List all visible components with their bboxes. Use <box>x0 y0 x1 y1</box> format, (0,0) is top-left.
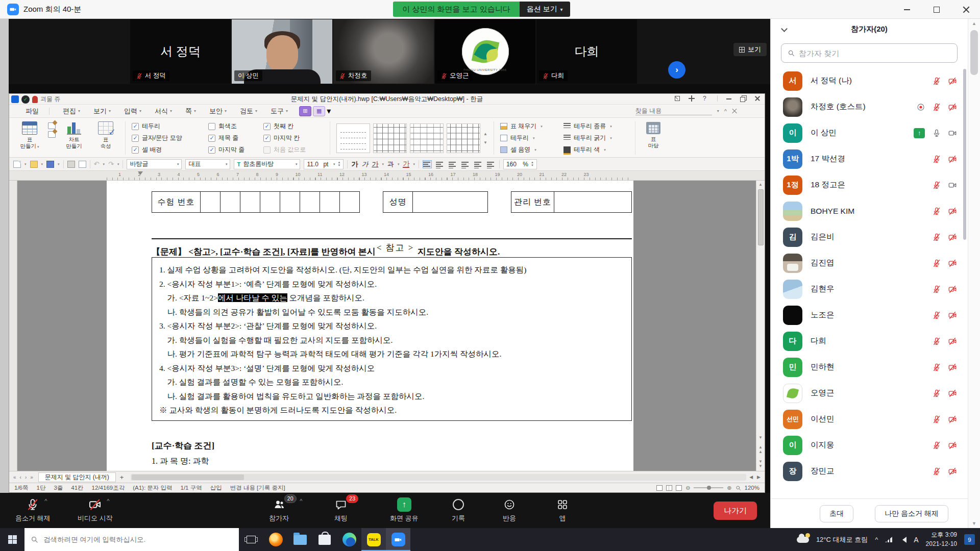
style-preset-select[interactable]: 대표▾ <box>185 159 230 169</box>
zoom-level[interactable]: 120% <box>745 485 760 491</box>
tab-first-icon[interactable]: « <box>13 474 16 480</box>
record-button[interactable]: 기록 <box>452 497 465 523</box>
align-distribute-button[interactable] <box>474 160 483 168</box>
italic-button[interactable]: 가 <box>361 160 368 169</box>
menu-tools[interactable]: 도구▾ <box>271 107 288 116</box>
chart-create-button[interactable]: 차트만들기 <box>61 120 87 156</box>
window-scroll-up-icon[interactable]: ▲ <box>968 19 980 26</box>
zoom-out-icon[interactable]: ⊖ <box>685 485 690 491</box>
move-icon[interactable] <box>689 95 695 102</box>
font-size-input[interactable]: 11.0pt▾▲▼ <box>304 159 344 169</box>
close-button[interactable] <box>963 6 970 13</box>
participant-row[interactable]: BOHYE KIM <box>771 198 968 224</box>
hwp-restore-button[interactable] <box>740 95 746 102</box>
border-button[interactable]: 테두리▾ <box>500 132 560 144</box>
participants-list[interactable]: 서 서 정덕 (나) 차정호 (호스트) 이 이 상민 ↑ 1박 17 박선경 … <box>771 68 968 498</box>
participant-row[interactable]: 장 장민교 <box>771 458 968 484</box>
video-tile[interactable]: 차정호 <box>333 19 434 84</box>
table-properties-button[interactable]: 표속성 <box>92 120 119 156</box>
tab-next-icon[interactable]: › <box>25 474 27 480</box>
kakaotalk-button[interactable]: TALK <box>361 528 386 551</box>
participant-row[interactable]: 김 김은비 <box>771 224 968 250</box>
align-justify-button[interactable] <box>423 160 432 168</box>
unmute-button[interactable]: ^ 음소거 해제 <box>15 497 51 523</box>
participant-row[interactable]: 차정호 (호스트) <box>771 94 968 120</box>
table-style-grid-1[interactable] <box>373 123 407 153</box>
table-grid-icon[interactable]: ▦ <box>313 106 325 116</box>
participant-row[interactable]: 이 이 상민 ↑ <box>771 120 968 146</box>
open-icon[interactable] <box>30 161 38 168</box>
video-tile-active-speaker[interactable]: 이 상민 <box>232 19 332 84</box>
participant-row[interactable]: 1정 18 정고은 <box>771 172 968 198</box>
leave-button[interactable]: 나가기 <box>714 502 757 520</box>
find-input[interactable] <box>635 107 712 115</box>
table-style-icon[interactable] <box>48 131 56 138</box>
video-tile[interactable]: DAEGU UNIVERSITY 1956 오영근 <box>435 19 535 84</box>
paragraph-style-select[interactable]: 바탕글▾ <box>127 159 182 169</box>
border-type-button[interactable]: 테두리 종류▾ <box>564 120 629 132</box>
checkbox-border[interactable]: ✓테두리 <box>132 120 208 132</box>
table-style-grid-2[interactable] <box>410 123 444 153</box>
view-button[interactable]: 보기 <box>733 43 767 56</box>
mgmt-number-table[interactable]: 관리 번호 <box>511 191 632 213</box>
hscroll-thumb[interactable] <box>132 474 244 480</box>
participant-row[interactable]: 김현우 <box>771 276 968 302</box>
checkbox-last-row[interactable]: ✓마지막 줄 <box>208 144 263 156</box>
document-tab[interactable]: 문제지 및 답안지 (내꺼) <box>38 472 116 482</box>
hwp-minimize-button[interactable] <box>726 95 732 102</box>
participant-row[interactable]: 민 민하현 <box>771 354 968 380</box>
hscroll-right-icon[interactable]: ▶ <box>757 474 761 480</box>
file-explorer-button[interactable] <box>288 528 312 551</box>
document-area[interactable]: 수험 번호 성명 관리 번호 【문제】 <참고>, [교수· <box>9 181 765 471</box>
document-page[interactable]: 수험 번호 성명 관리 번호 【문제】 <참고>, [교수· <box>107 181 633 471</box>
weather-text[interactable]: 12°C 대체로 흐림 <box>816 535 868 544</box>
network-icon[interactable] <box>885 537 892 542</box>
participant-row[interactable]: 이 이지웅 <box>771 432 968 458</box>
weather-icon[interactable] <box>797 537 809 543</box>
apps-button[interactable]: 앱 <box>556 497 569 523</box>
document-scrollbar[interactable]: ▲ ▼ ▲▲ ▼▼ <box>756 181 765 471</box>
menu-input[interactable]: 입력▾ <box>124 107 141 116</box>
horizontal-scrollbar[interactable] <box>131 474 746 481</box>
scroll-down-icon[interactable]: ▼ <box>758 434 763 441</box>
checkbox-title-row[interactable]: ✓제목 줄 <box>208 132 263 144</box>
find-dropdown-icon[interactable]: ▾ <box>717 109 719 113</box>
table-edit-icon[interactable] <box>48 122 56 129</box>
align-center-button[interactable] <box>448 160 457 168</box>
find-close-icon[interactable] <box>732 109 737 114</box>
panel-scrollbar-thumb[interactable] <box>963 69 966 240</box>
participant-search-input[interactable] <box>799 49 951 58</box>
help-icon[interactable]: ? <box>703 95 709 102</box>
save-icon[interactable] <box>46 161 54 168</box>
store-button[interactable] <box>312 528 337 551</box>
video-tile[interactable]: 다희 다희 <box>536 19 637 84</box>
char-shade-button[interactable]: 과 <box>387 160 394 169</box>
taskbar-search[interactable] <box>24 528 239 551</box>
taskbar-search-input[interactable] <box>43 536 233 543</box>
view-width-icon[interactable] <box>676 485 682 491</box>
tray-expand-icon[interactable]: ^ <box>875 536 878 543</box>
minimize-button[interactable] <box>903 6 911 13</box>
start-button[interactable] <box>0 528 24 551</box>
participants-button[interactable]: 20^ 참가자 <box>269 497 289 523</box>
align-divide-button[interactable] <box>486 160 496 168</box>
zoom-slider[interactable] <box>694 487 723 488</box>
volume-icon[interactable] <box>899 537 906 543</box>
menu-review[interactable]: 검토▾ <box>240 107 257 116</box>
view-facing-icon[interactable] <box>666 485 672 491</box>
task-view-button[interactable] <box>239 528 263 551</box>
next-participants-button[interactable]: › <box>668 61 685 79</box>
share-screen-button[interactable]: ↑ 화면 공유 <box>390 497 419 523</box>
participant-search[interactable] <box>781 43 958 63</box>
notification-center-badge[interactable]: 9 <box>964 534 975 545</box>
view-options-button[interactable]: 옵션 보기▾ <box>520 2 570 17</box>
mic-options-icon[interactable]: ^ <box>44 498 47 504</box>
table-madang-button[interactable]: 표마당 <box>642 120 665 156</box>
reactions-button[interactable]: 반응 <box>503 497 516 523</box>
checkbox-char-para-shape[interactable]: ✓글자/문단 모양 <box>132 132 208 144</box>
participant-row[interactable]: 서 서 정덕 (나) <box>771 68 968 94</box>
menu-page[interactable]: 쪽▾ <box>185 107 196 116</box>
redo-icon[interactable]: ↷ <box>108 160 114 168</box>
page-up-icon[interactable]: ▲▲ <box>758 443 763 456</box>
tab-prev-icon[interactable]: ‹ <box>20 474 21 480</box>
